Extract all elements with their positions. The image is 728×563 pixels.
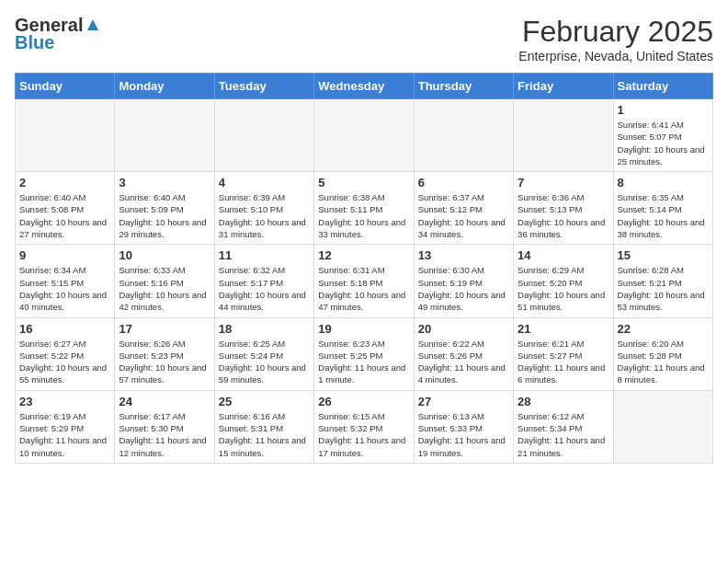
day-info-text: Sunrise: 6:21 AM Sunset: 5:27 PM Dayligh… [518,338,609,386]
calendar-day-cell: 21Sunrise: 6:21 AM Sunset: 5:27 PM Dayli… [514,317,613,390]
day-number: 20 [418,322,509,336]
calendar-day-cell: 20Sunrise: 6:22 AM Sunset: 5:26 PM Dayli… [414,317,513,390]
page-header: General Blue February 2025 Enterprise, N… [15,15,713,63]
logo: General Blue [15,15,100,53]
calendar-day-cell: 13Sunrise: 6:30 AM Sunset: 5:19 PM Dayli… [414,245,513,317]
calendar-day-cell: 2Sunrise: 6:40 AM Sunset: 5:08 PM Daylig… [16,172,115,245]
day-number: 12 [318,248,409,262]
weekday-header-friday: Friday [514,74,613,99]
calendar-header-row: SundayMondayTuesdayWednesdayThursdayFrid… [16,74,713,99]
logo-blue-text: Blue [15,32,54,53]
day-number: 14 [518,248,609,262]
day-number: 26 [318,395,409,408]
day-info-text: Sunrise: 6:40 AM Sunset: 5:09 PM Dayligh… [119,191,210,240]
calendar-day-cell: 4Sunrise: 6:39 AM Sunset: 5:10 PM Daylig… [214,172,313,245]
day-number: 9 [19,248,110,262]
calendar-day-cell: 18Sunrise: 6:25 AM Sunset: 5:24 PM Dayli… [214,317,313,390]
day-number: 19 [318,322,409,336]
calendar-day-cell: 12Sunrise: 6:31 AM Sunset: 5:18 PM Dayli… [314,245,414,317]
calendar-week-4: 16Sunrise: 6:27 AM Sunset: 5:22 PM Dayli… [16,317,713,390]
month-year-title: February 2025 [518,15,713,49]
calendar-day-cell: 6Sunrise: 6:37 AM Sunset: 5:12 PM Daylig… [414,172,513,245]
day-number: 25 [219,395,310,408]
day-number: 11 [219,248,310,262]
day-info-text: Sunrise: 6:41 AM Sunset: 5:07 PM Dayligh… [618,119,709,167]
weekday-header-monday: Monday [115,74,214,99]
day-number: 7 [518,176,609,190]
day-number: 8 [618,176,709,190]
day-number: 3 [119,176,210,190]
day-info-text: Sunrise: 6:30 AM Sunset: 5:19 PM Dayligh… [418,264,509,313]
day-info-text: Sunrise: 6:29 AM Sunset: 5:20 PM Dayligh… [518,264,609,313]
day-info-text: Sunrise: 6:15 AM Sunset: 5:32 PM Dayligh… [318,410,409,459]
calendar-day-cell: 22Sunrise: 6:20 AM Sunset: 5:28 PM Dayli… [613,317,712,390]
day-info-text: Sunrise: 6:23 AM Sunset: 5:25 PM Dayligh… [318,338,409,386]
weekday-header-wednesday: Wednesday [314,74,414,99]
day-info-text: Sunrise: 6:33 AM Sunset: 5:16 PM Dayligh… [119,264,210,313]
weekday-header-saturday: Saturday [613,74,712,99]
day-info-text: Sunrise: 6:31 AM Sunset: 5:18 PM Dayligh… [318,264,409,313]
calendar-week-3: 9Sunrise: 6:34 AM Sunset: 5:15 PM Daylig… [16,245,713,317]
day-info-text: Sunrise: 6:12 AM Sunset: 5:34 PM Dayligh… [518,410,609,459]
svg-marker-0 [87,19,98,30]
calendar-day-cell: 15Sunrise: 6:28 AM Sunset: 5:21 PM Dayli… [613,245,712,317]
calendar-day-cell [514,99,613,172]
day-number: 6 [418,176,509,190]
weekday-header-thursday: Thursday [414,74,513,99]
day-info-text: Sunrise: 6:17 AM Sunset: 5:30 PM Dayligh… [119,410,210,459]
calendar-table: SundayMondayTuesdayWednesdayThursdayFrid… [15,73,713,464]
calendar-day-cell: 27Sunrise: 6:13 AM Sunset: 5:33 PM Dayli… [414,390,513,463]
calendar-day-cell [115,99,214,172]
day-info-text: Sunrise: 6:13 AM Sunset: 5:33 PM Dayligh… [418,410,509,459]
calendar-day-cell [613,390,712,463]
calendar-day-cell: 26Sunrise: 6:15 AM Sunset: 5:32 PM Dayli… [314,390,414,463]
calendar-week-2: 2Sunrise: 6:40 AM Sunset: 5:08 PM Daylig… [16,172,713,245]
day-info-text: Sunrise: 6:39 AM Sunset: 5:10 PM Dayligh… [219,191,310,240]
day-info-text: Sunrise: 6:36 AM Sunset: 5:13 PM Dayligh… [518,191,609,240]
day-info-text: Sunrise: 6:26 AM Sunset: 5:23 PM Dayligh… [119,338,210,386]
day-number: 23 [19,395,110,408]
day-number: 27 [418,395,509,408]
day-info-text: Sunrise: 6:20 AM Sunset: 5:28 PM Dayligh… [618,338,709,386]
calendar-day-cell: 28Sunrise: 6:12 AM Sunset: 5:34 PM Dayli… [514,390,613,463]
day-number: 18 [219,322,310,336]
calendar-day-cell: 7Sunrise: 6:36 AM Sunset: 5:13 PM Daylig… [514,172,613,245]
day-number: 13 [418,248,509,262]
day-number: 2 [19,176,110,190]
day-number: 1 [618,103,709,117]
calendar-week-1: 1Sunrise: 6:41 AM Sunset: 5:07 PM Daylig… [16,99,713,172]
title-block: February 2025 Enterprise, Nevada, United… [518,15,713,63]
day-info-text: Sunrise: 6:19 AM Sunset: 5:29 PM Dayligh… [19,410,110,459]
calendar-day-cell: 8Sunrise: 6:35 AM Sunset: 5:14 PM Daylig… [613,172,712,245]
day-number: 15 [618,248,709,262]
day-info-text: Sunrise: 6:28 AM Sunset: 5:21 PM Dayligh… [618,264,709,313]
day-info-text: Sunrise: 6:34 AM Sunset: 5:15 PM Dayligh… [19,264,110,313]
logo-arrow-icon [85,17,100,36]
calendar-day-cell [214,99,313,172]
calendar-day-cell: 3Sunrise: 6:40 AM Sunset: 5:09 PM Daylig… [115,172,214,245]
calendar-day-cell: 17Sunrise: 6:26 AM Sunset: 5:23 PM Dayli… [115,317,214,390]
calendar-day-cell [16,99,115,172]
calendar-day-cell: 1Sunrise: 6:41 AM Sunset: 5:07 PM Daylig… [613,99,712,172]
day-info-text: Sunrise: 6:38 AM Sunset: 5:11 PM Dayligh… [318,191,409,240]
day-number: 24 [119,395,210,408]
day-number: 4 [219,176,310,190]
calendar-day-cell: 23Sunrise: 6:19 AM Sunset: 5:29 PM Dayli… [16,390,115,463]
day-number: 5 [318,176,409,190]
day-info-text: Sunrise: 6:37 AM Sunset: 5:12 PM Dayligh… [418,191,509,240]
calendar-week-5: 23Sunrise: 6:19 AM Sunset: 5:29 PM Dayli… [16,390,713,463]
day-info-text: Sunrise: 6:35 AM Sunset: 5:14 PM Dayligh… [618,191,709,240]
weekday-header-sunday: Sunday [16,74,115,99]
day-info-text: Sunrise: 6:40 AM Sunset: 5:08 PM Dayligh… [19,191,110,240]
day-info-text: Sunrise: 6:27 AM Sunset: 5:22 PM Dayligh… [19,338,110,386]
day-info-text: Sunrise: 6:25 AM Sunset: 5:24 PM Dayligh… [219,338,310,386]
calendar-day-cell: 24Sunrise: 6:17 AM Sunset: 5:30 PM Dayli… [115,390,214,463]
calendar-day-cell: 10Sunrise: 6:33 AM Sunset: 5:16 PM Dayli… [115,245,214,317]
calendar-day-cell: 5Sunrise: 6:38 AM Sunset: 5:11 PM Daylig… [314,172,414,245]
weekday-header-tuesday: Tuesday [214,74,313,99]
calendar-day-cell: 9Sunrise: 6:34 AM Sunset: 5:15 PM Daylig… [16,245,115,317]
location-subtitle: Enterprise, Nevada, United States [518,49,713,63]
day-number: 17 [119,322,210,336]
calendar-day-cell: 14Sunrise: 6:29 AM Sunset: 5:20 PM Dayli… [514,245,613,317]
calendar-day-cell: 25Sunrise: 6:16 AM Sunset: 5:31 PM Dayli… [214,390,313,463]
